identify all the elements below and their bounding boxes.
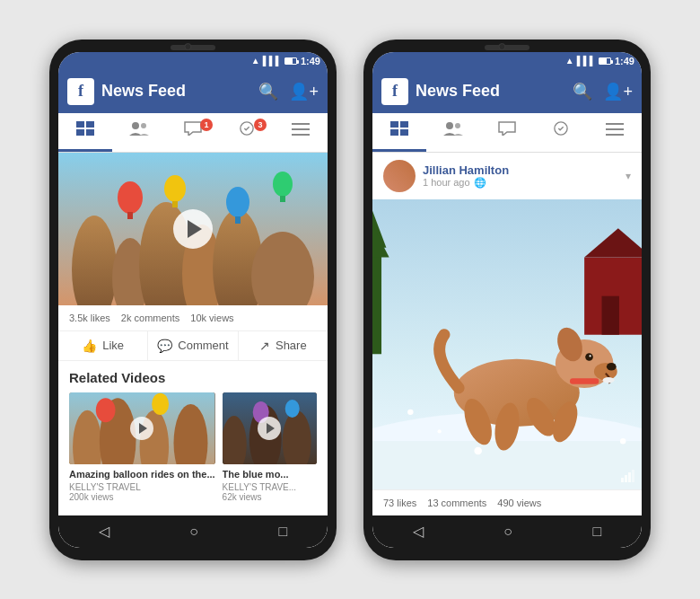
home-button-1[interactable]: ○ bbox=[189, 524, 198, 540]
related-video-title-2: The blue mo... bbox=[223, 468, 317, 480]
svg-rect-3 bbox=[86, 129, 94, 136]
nav-tab-menu-2[interactable] bbox=[588, 113, 642, 152]
play-btn-small-2[interactable] bbox=[258, 417, 281, 440]
phone-camera-2 bbox=[498, 43, 505, 50]
status-bar-1: ▲ ▌▌▌ 1:49 bbox=[58, 52, 328, 70]
like-label-1: Like bbox=[102, 339, 124, 352]
share-button-1[interactable]: ↗ Share bbox=[239, 331, 328, 360]
svg-rect-22 bbox=[235, 216, 241, 224]
svg-point-4 bbox=[132, 122, 139, 129]
like-icon-1: 👍 bbox=[82, 339, 97, 353]
avatar-2 bbox=[383, 160, 416, 192]
svg-rect-39 bbox=[400, 121, 408, 128]
svg-point-73 bbox=[620, 437, 626, 443]
related-video-views-2: 62k views bbox=[223, 492, 317, 502]
nav-tab-friends-1[interactable] bbox=[112, 113, 166, 152]
nav-tab-messages-1[interactable]: 1 bbox=[166, 113, 220, 152]
bottom-nav-2: ◁ ○ □ bbox=[372, 515, 642, 548]
status-icons-1: ▲ ▌▌▌ bbox=[251, 56, 297, 66]
svg-point-70 bbox=[407, 409, 413, 414]
video-player-1[interactable] bbox=[58, 153, 328, 305]
svg-rect-7 bbox=[292, 123, 310, 125]
likes-count-1: 3.5k likes bbox=[69, 313, 110, 323]
fb-header-1: f News Feed 🔍 👤+ bbox=[58, 70, 328, 113]
svg-rect-38 bbox=[390, 121, 398, 128]
status-time-1: 1:49 bbox=[301, 56, 320, 66]
svg-rect-46 bbox=[606, 128, 624, 130]
svg-point-61 bbox=[603, 377, 615, 383]
svg-point-17 bbox=[118, 181, 143, 214]
notifications-icon-2 bbox=[553, 121, 569, 140]
post-views-2: 490 views bbox=[497, 498, 541, 508]
back-button-2[interactable]: ◁ bbox=[413, 523, 424, 540]
bottom-nav-1: ◁ ○ □ bbox=[58, 515, 328, 548]
views-count-1: 10k views bbox=[190, 313, 233, 323]
play-tri-small-1 bbox=[139, 423, 147, 434]
friend-requests-icon-2[interactable]: 👤+ bbox=[603, 82, 633, 101]
friend-requests-icon-1[interactable]: 👤+ bbox=[289, 82, 319, 101]
svg-point-31 bbox=[152, 392, 169, 414]
fb-header-icons-1: 🔍 👤+ bbox=[258, 82, 319, 101]
notifications-icon-1 bbox=[239, 121, 255, 140]
dropdown-icon-2[interactable]: ▾ bbox=[626, 170, 631, 182]
nav-tab-notifications-1[interactable]: 3 bbox=[220, 113, 274, 152]
back-button-1[interactable]: ◁ bbox=[99, 523, 109, 540]
feed-icon-2 bbox=[390, 121, 408, 140]
stats-bar-1: 3.5k likes 2k comments 10k views bbox=[58, 305, 328, 331]
post-image-2 bbox=[372, 199, 642, 489]
svg-point-71 bbox=[437, 429, 441, 433]
fb-title-1: News Feed bbox=[101, 82, 251, 101]
status-bar-2: ▲ ▌▌▌ 1:49 bbox=[372, 52, 642, 70]
nav-tab-menu-1[interactable] bbox=[274, 113, 328, 152]
svg-rect-20 bbox=[172, 201, 178, 207]
svg-point-30 bbox=[96, 398, 116, 422]
play-tri-small-2 bbox=[267, 423, 275, 434]
svg-rect-41 bbox=[400, 129, 408, 136]
svg-point-23 bbox=[273, 172, 293, 197]
phone-1: ▲ ▌▌▌ 1:49 f News Feed 🔍 👤+ bbox=[49, 40, 337, 560]
post-time-text-2: 1 hour ago bbox=[423, 177, 470, 188]
home-button-2[interactable]: ○ bbox=[503, 524, 512, 540]
like-button-1[interactable]: 👍 Like bbox=[58, 331, 148, 360]
fb-title-2: News Feed bbox=[416, 82, 565, 101]
svg-point-63 bbox=[585, 353, 593, 361]
related-thumb-2 bbox=[223, 392, 317, 464]
recent-button-1[interactable]: □ bbox=[279, 524, 288, 540]
phone-speaker-2 bbox=[485, 45, 529, 50]
wifi-icon-1: ▲ bbox=[251, 56, 260, 66]
post-time-2: 1 hour ago 🌐 bbox=[423, 177, 618, 189]
svg-rect-2 bbox=[76, 129, 84, 136]
friends-icon-1 bbox=[129, 121, 149, 140]
play-btn-small-1[interactable] bbox=[130, 417, 153, 440]
svg-rect-40 bbox=[390, 129, 398, 136]
nav-tab-feed-2[interactable] bbox=[372, 113, 426, 152]
related-video-card-1[interactable]: Amazing balloon rides on the... KELLY'S … bbox=[69, 392, 215, 502]
post-comments-2: 13 comments bbox=[427, 498, 486, 508]
related-video-card-2[interactable]: The blue mo... KELLY'S TRAVE... 62k view… bbox=[223, 392, 317, 502]
comment-icon-1: 💬 bbox=[157, 339, 172, 353]
fb-header-icons-2: 🔍 👤+ bbox=[573, 82, 633, 101]
post-header-2: Jillian Hamilton 1 hour ago 🌐 ▾ bbox=[372, 153, 642, 199]
signal-overlay-2 bbox=[621, 470, 634, 482]
nav-tab-feed-1[interactable] bbox=[58, 113, 112, 152]
svg-rect-0 bbox=[76, 121, 84, 128]
messages-icon-1 bbox=[184, 121, 202, 140]
nav-tab-notifications-2[interactable] bbox=[534, 113, 588, 152]
nav-tab-friends-2[interactable] bbox=[426, 113, 480, 152]
related-thumb-1 bbox=[69, 392, 215, 464]
play-button-main-1[interactable] bbox=[173, 209, 213, 249]
svg-point-42 bbox=[446, 122, 453, 129]
search-icon-2[interactable]: 🔍 bbox=[573, 82, 592, 101]
svg-point-43 bbox=[455, 123, 460, 128]
comment-button-1[interactable]: 💬 Comment bbox=[148, 331, 238, 360]
related-section-1: Related Videos bbox=[58, 361, 328, 515]
related-videos-row-1: Amazing balloon rides on the... KELLY'S … bbox=[58, 392, 328, 502]
search-icon-1[interactable]: 🔍 bbox=[258, 82, 278, 101]
notifications-badge-1: 3 bbox=[254, 119, 267, 131]
nav-tab-messages-2[interactable] bbox=[480, 113, 534, 152]
related-title-1: Related Videos bbox=[58, 361, 328, 392]
svg-rect-18 bbox=[127, 212, 133, 219]
recent-button-2[interactable]: □ bbox=[593, 524, 602, 540]
svg-rect-47 bbox=[606, 134, 624, 136]
signal-bars-2: ▌▌▌ bbox=[577, 56, 596, 66]
